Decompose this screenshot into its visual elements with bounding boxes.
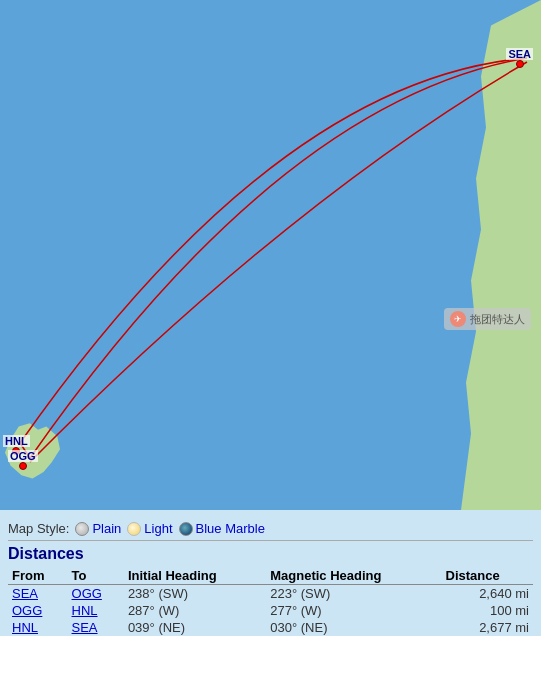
map-style-label: Map Style: <box>8 521 69 536</box>
watermark-text: 拖团特达人 <box>470 312 525 327</box>
ogg-marker: OGG <box>8 450 38 470</box>
style-blue-marble-option[interactable]: Blue Marble <box>179 521 265 536</box>
row-0-initial-heading: 238° (SW) <box>124 585 266 603</box>
row-1-distance: 100 mi <box>442 602 533 619</box>
row-2-to[interactable]: SEA <box>68 619 124 636</box>
style-light-option[interactable]: Light <box>127 521 172 536</box>
distances-table: From To Initial Heading Magnetic Heading… <box>8 567 533 636</box>
col-initial-heading: Initial Heading <box>124 567 266 585</box>
row-2-initial-heading: 039° (NE) <box>124 619 266 636</box>
plain-icon <box>75 522 89 536</box>
row-2-from[interactable]: HNL <box>8 619 68 636</box>
map-container: SEA HNL OGG ✈ 拖团特达人 <box>0 0 541 510</box>
row-0-distance: 2,640 mi <box>442 585 533 603</box>
hnl-label: HNL <box>3 435 30 447</box>
row-2-magnetic-heading: 030° (NE) <box>266 619 441 636</box>
ogg-dot <box>19 462 27 470</box>
style-blue-marble-label: Blue Marble <box>196 521 265 536</box>
sea-dot <box>516 60 524 68</box>
style-plain-label: Plain <box>92 521 121 536</box>
table-row: OGGHNL287° (W)277° (W)100 mi <box>8 602 533 619</box>
route-lines <box>0 0 541 510</box>
table-row: HNLSEA039° (NE)030° (NE)2,677 mi <box>8 619 533 636</box>
distances-title: Distances <box>8 545 533 563</box>
distances-tbody: SEAOGG238° (SW)223° (SW)2,640 miOGGHNL28… <box>8 585 533 637</box>
row-0-to[interactable]: OGG <box>68 585 124 603</box>
style-plain-option[interactable]: Plain <box>75 521 121 536</box>
ogg-label: OGG <box>8 450 38 462</box>
style-light-label: Light <box>144 521 172 536</box>
light-icon <box>127 522 141 536</box>
blue-marble-icon <box>179 522 193 536</box>
sea-marker: SEA <box>506 48 533 68</box>
col-magnetic-heading: Magnetic Heading <box>266 567 441 585</box>
row-0-magnetic-heading: 223° (SW) <box>266 585 441 603</box>
row-1-magnetic-heading: 277° (W) <box>266 602 441 619</box>
row-2-distance: 2,677 mi <box>442 619 533 636</box>
sea-label: SEA <box>506 48 533 60</box>
row-0-from[interactable]: SEA <box>8 585 68 603</box>
table-row: SEAOGG238° (SW)223° (SW)2,640 mi <box>8 585 533 603</box>
map-style-bar: Map Style: Plain Light Blue Marble <box>8 516 533 541</box>
row-1-initial-heading: 287° (W) <box>124 602 266 619</box>
row-1-to[interactable]: HNL <box>68 602 124 619</box>
distances-section: Distances From To Initial Heading Magnet… <box>8 541 533 636</box>
table-header-row: From To Initial Heading Magnetic Heading… <box>8 567 533 585</box>
row-1-from[interactable]: OGG <box>8 602 68 619</box>
watermark-icon: ✈ <box>450 311 466 327</box>
col-from: From <box>8 567 68 585</box>
watermark: ✈ 拖团特达人 <box>444 308 531 330</box>
info-panel: Map Style: Plain Light Blue Marble Dista… <box>0 510 541 636</box>
col-to: To <box>68 567 124 585</box>
col-distance: Distance <box>442 567 533 585</box>
